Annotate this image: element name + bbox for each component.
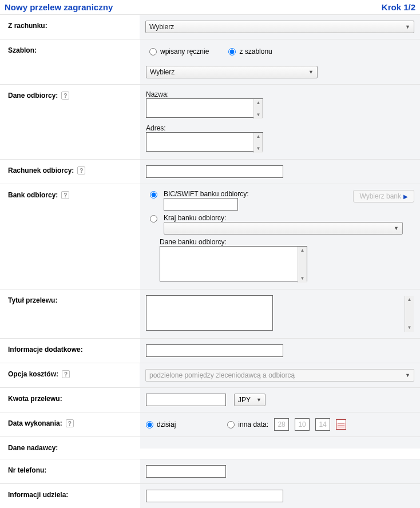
date-today-radio-input[interactable] [146,421,153,428]
chevron-down-icon: ▼ [256,397,261,403]
bank-mode-country-radio[interactable] [150,215,157,223]
date-today-radio[interactable]: dzisiaj [146,420,176,428]
help-icon[interactable]: ? [61,191,69,199]
from-account-select-text: Wybierz [149,23,174,31]
chevron-down-icon: ▼ [308,69,314,75]
from-account-label: Z rachunku: [0,15,140,37]
page-title: Nowy przelew zagraniczny [5,2,113,12]
row-sender: Dane nadawcy: [0,437,420,459]
extra-info-label: Informacje dodatkowe: [0,339,140,360]
scrollbar[interactable]: ▲▼ [298,247,307,283]
template-select[interactable]: Wybierz ▼ [146,66,318,78]
template-radio-manual[interactable]: wpisany ręcznie [149,47,209,55]
row-recipient-account: Rachunek odbiorcy: ? [0,160,420,184]
recipient-account-label: Rachunek odbiorcy: ? [0,160,140,181]
help-icon[interactable]: ? [62,370,70,378]
currency-select-text: JPY [238,396,251,404]
recipient-name-input[interactable] [146,98,263,118]
currency-select[interactable]: JPY ▼ [234,394,266,406]
row-amount: Kwota przelewu: JPY ▼ [0,388,420,412]
date-year-input[interactable]: 14 [315,418,330,431]
date-today-radio-label: dzisiaj [157,420,176,428]
help-icon[interactable]: ? [77,166,85,174]
step-indicator: Krok 1/2 [382,2,415,12]
recipient-name-label: Nazwa: [146,90,414,98]
recipient-label: Dane odbiorcy: ? [0,85,140,106]
amount-input[interactable] [146,394,226,406]
form-header: Nowy przelew zagraniczny Krok 1/2 [0,0,420,15]
template-label: Szablon: [0,39,140,61]
form-container: Nowy przelew zagraniczny Krok 1/2 Z rach… [0,0,420,508]
choose-bank-button-label: Wybierz bank [359,192,401,200]
extra-info-input[interactable] [146,344,283,357]
recipient-bank-label: Bank odbiorcy: ? [0,184,140,206]
row-transfer-title: Tytuł przelewu: ▲▼ [0,289,420,339]
sender-label: Dane nadawcy: [0,437,140,459]
amount-label: Kwota przelewu: [0,388,140,410]
bank-mode-bic-radio[interactable] [150,191,157,199]
template-radio-manual-label: wpisany ręcznie [160,47,209,55]
recipient-account-label-text: Rachunek odbiorcy: [8,166,74,174]
phone-input[interactable] [146,465,226,478]
chevron-down-icon: ▼ [394,225,399,231]
row-extra-info: Informacje dodatkowe: [0,339,420,363]
chevron-down-icon: ▼ [405,24,410,30]
recipient-address-input[interactable] [146,132,263,152]
recipient-label-text: Dane odbiorcy: [8,92,58,100]
cost-option-label: Opcja kosztów: ? [0,363,140,385]
bank-country-label: Kraj banku odbiorcy: [164,214,414,222]
row-template: Szablon: wpisany ręcznie z szablonu Wybi… [0,39,420,85]
date-month-input[interactable]: 10 [295,418,310,431]
template-radio-group: wpisany ręcznie z szablonu [146,45,414,61]
recipient-bank-label-text: Bank odbiorcy: [8,191,58,199]
transfer-title-label: Tytuł przelewu: [0,289,140,311]
template-select-text: Wybierz [150,68,175,76]
template-radio-from-template-label: z szablonu [239,47,272,55]
row-contact: Informacji udziela: [0,484,420,508]
scrollbar[interactable]: ▲▼ [405,296,414,332]
cost-option-select[interactable]: podzielone pomiędzy zleceniodawcą a odbi… [145,369,414,382]
template-radio-from-template-input[interactable] [228,48,236,55]
exec-date-label-text: Data wykonania: [8,419,62,427]
bank-details-label: Dane banku odbiorcy: [160,238,414,246]
template-radio-from-template[interactable]: z szablonu [228,47,272,55]
contact-label: Informacji udziela: [0,484,140,506]
chevron-down-icon: ▼ [405,372,410,378]
date-other-radio-label: inna data: [238,420,268,428]
scrollbar[interactable]: ▲▼ [253,99,263,119]
help-icon[interactable]: ? [66,419,74,427]
row-cost-option: Opcja kosztów: ? podzielone pomiędzy zle… [0,363,420,388]
template-radio-manual-input[interactable] [149,48,157,55]
date-other-radio-input[interactable] [227,421,235,428]
row-phone: Nr telefonu: [0,459,420,484]
recipient-account-input[interactable] [146,165,283,178]
exec-date-label: Data wykonania: ? [0,412,140,434]
row-from-account: Z rachunku: Wybierz ▼ [0,15,420,39]
date-day-input[interactable]: 28 [274,418,289,431]
row-recipient-bank: Bank odbiorcy: ? BIC/SWIFT banku odbiorc… [0,184,420,289]
transfer-title-input[interactable] [146,295,273,331]
cost-option-label-text: Opcja kosztów: [8,370,58,378]
choose-bank-button[interactable]: Wybierz bank ▶ [353,190,414,203]
phone-label: Nr telefonu: [0,459,140,481]
scrollbar[interactable]: ▲▼ [253,133,263,153]
chevron-right-icon: ▶ [403,193,408,200]
date-other-radio[interactable]: inna data: [227,420,268,428]
bic-label: BIC/SWIFT banku odbiorcy: [164,190,249,198]
from-account-select[interactable]: Wybierz ▼ [145,21,414,33]
contact-input[interactable] [146,490,283,502]
row-recipient: Dane odbiorcy: ? Nazwa: ▲▼ Adres: ▲▼ [0,85,420,160]
recipient-address-label: Adres: [146,124,414,132]
bank-details-input[interactable] [160,246,307,281]
row-exec-date: Data wykonania: ? dzisiaj inna data: 28 … [0,412,420,437]
help-icon[interactable]: ? [61,92,69,100]
cost-option-select-text: podzielone pomiędzy zleceniodawcą a odbi… [149,371,295,379]
calendar-icon[interactable] [336,419,346,430]
bic-input[interactable] [164,198,238,211]
bank-country-select[interactable]: ▼ [164,222,403,235]
